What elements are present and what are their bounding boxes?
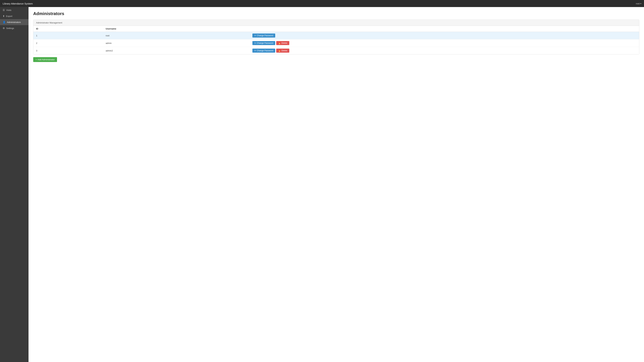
sidebar-item-settings-label: Settings: [6, 27, 14, 29]
col-header-id: ID: [33, 26, 103, 32]
delete-button-2[interactable]: 🔥Delete: [276, 41, 289, 45]
plus-icon: +: [36, 58, 37, 61]
trash-icon: 🔥: [278, 49, 281, 52]
sidebar-item-settings[interactable]: ⚙ Settings: [0, 25, 28, 31]
admin-table: ID Username 1root✏Change Password2admin✏…: [33, 26, 639, 54]
cell-id: 2: [33, 39, 103, 47]
app-title: Library Attendance System: [3, 2, 33, 5]
sidebar-item-export[interactable]: ⬆ Export: [0, 13, 28, 19]
visits-icon: ☰: [3, 9, 5, 11]
pencil-icon: ✏: [254, 49, 256, 52]
user-menu[interactable]: root: [636, 2, 641, 5]
change-password-label: Change Password: [257, 42, 273, 44]
cell-actions: ✏Change Password🔥Delete: [250, 47, 639, 54]
delete-button-3[interactable]: 🔥Delete: [276, 49, 289, 53]
table-header-row: ID Username: [33, 26, 639, 32]
table-row: 2admin✏Change Password🔥Delete: [33, 39, 639, 47]
navbar: Library Attendance System root: [0, 0, 644, 7]
page-title: Administrators: [33, 11, 639, 16]
col-header-actions: [250, 26, 639, 32]
cell-username: root: [103, 32, 250, 39]
table-row: 3admin2✏Change Password🔥Delete: [33, 47, 639, 54]
add-administrator-button[interactable]: + Add Administrator: [33, 57, 57, 62]
action-buttons: ✏Change Password🔥Delete: [252, 49, 636, 53]
change-password-button-2[interactable]: ✏Change Password: [252, 41, 275, 45]
sidebar-item-visits[interactable]: ☰ Visits: [0, 7, 28, 13]
cell-actions: ✏Change Password🔥Delete: [250, 39, 639, 47]
cell-id: 1: [33, 32, 103, 39]
sidebar: ☰ Visits ⬆ Export 👤 Administrators ⚙ Set…: [0, 7, 28, 362]
pencil-icon: ✏: [254, 42, 256, 44]
pencil-icon: ✏: [254, 34, 256, 37]
sidebar-item-visits-label: Visits: [6, 9, 12, 11]
delete-label: Delete: [282, 49, 287, 52]
panel-header: Administrator Management: [33, 20, 639, 26]
sidebar-item-export-label: Export: [6, 15, 12, 17]
action-buttons: ✏Change Password🔥Delete: [252, 41, 636, 45]
administrators-icon: 👤: [3, 21, 6, 23]
change-password-button-1[interactable]: ✏Change Password: [252, 33, 275, 37]
col-header-username: Username: [103, 26, 250, 32]
change-password-label: Change Password: [257, 34, 273, 37]
export-icon: ⬆: [3, 15, 5, 17]
sidebar-item-administrators[interactable]: 👤 Administrators: [0, 19, 28, 25]
add-administrator-label: Add Administrator: [38, 58, 55, 61]
action-buttons: ✏Change Password: [252, 33, 636, 37]
trash-icon: 🔥: [278, 42, 281, 44]
change-password-button-3[interactable]: ✏Change Password: [252, 49, 275, 53]
cell-id: 3: [33, 47, 103, 54]
layout: ☰ Visits ⬆ Export 👤 Administrators ⚙ Set…: [0, 7, 644, 362]
admin-panel: Administrator Management ID Username 1ro…: [33, 19, 639, 54]
cell-actions: ✏Change Password: [250, 32, 639, 39]
cell-username: admin: [103, 39, 250, 47]
cell-username: admin2: [103, 47, 250, 54]
settings-icon: ⚙: [3, 27, 5, 29]
table-row: 1root✏Change Password: [33, 32, 639, 39]
delete-label: Delete: [282, 42, 287, 44]
main-content: Administrators Administrator Management …: [28, 7, 644, 362]
sidebar-item-administrators-label: Administrators: [7, 21, 21, 23]
add-admin-section: + Add Administrator: [33, 57, 639, 62]
change-password-label: Change Password: [257, 49, 273, 52]
